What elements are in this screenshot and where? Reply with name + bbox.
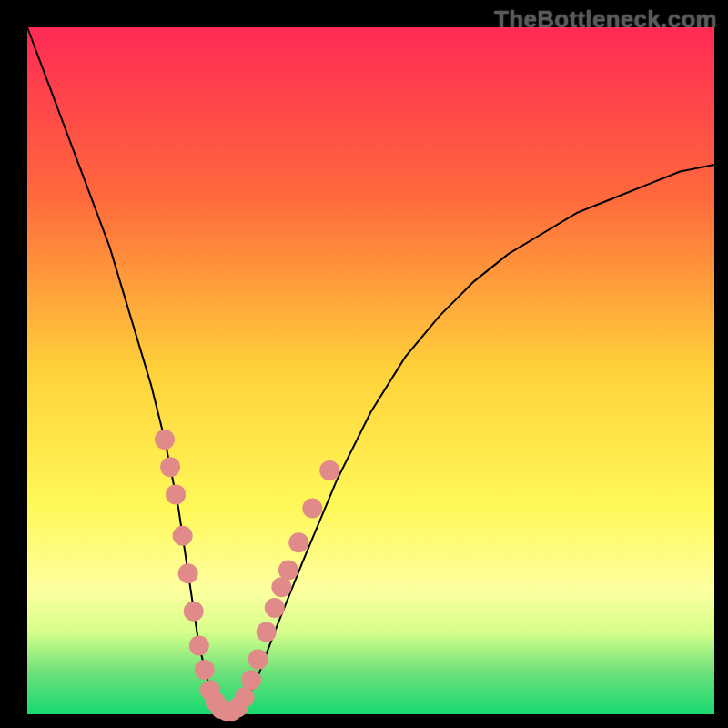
marker-dot xyxy=(241,670,261,690)
marker-dot xyxy=(248,650,268,670)
marker-dot xyxy=(265,598,285,618)
marker-dot xyxy=(178,563,198,583)
marker-dot xyxy=(155,430,175,450)
marker-dot xyxy=(160,457,180,477)
marker-dot xyxy=(173,526,193,546)
marker-dot xyxy=(278,560,298,580)
marker-dot xyxy=(184,602,204,622)
chart-canvas xyxy=(0,0,728,728)
marker-dot xyxy=(235,687,255,707)
marker-dot xyxy=(319,460,339,480)
marker-dot xyxy=(271,577,291,597)
watermark-text: TheBottleneck.com xyxy=(494,5,717,34)
marker-dot xyxy=(189,636,209,656)
marker-dot xyxy=(288,532,308,552)
marker-dot xyxy=(195,660,215,680)
plot-background xyxy=(27,27,714,714)
bottleneck-chart: TheBottleneck.com xyxy=(0,0,728,728)
marker-dot xyxy=(257,622,277,642)
marker-dot xyxy=(166,484,186,504)
marker-dot xyxy=(302,499,322,519)
